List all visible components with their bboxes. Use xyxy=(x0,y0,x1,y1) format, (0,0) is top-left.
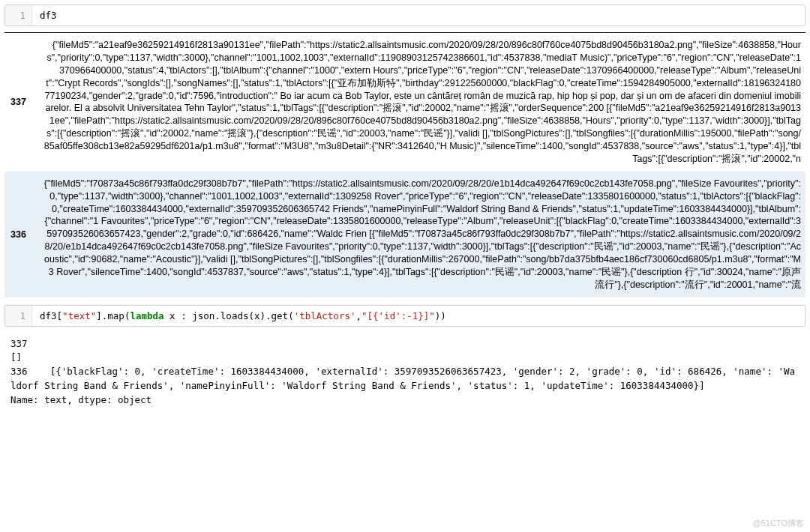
row-text: {"fileMd5":"a21eaf9e36259214916f2813a901… xyxy=(38,33,806,172)
code-cell-2[interactable]: 1 df3["text"].map(lambda x : json.loads(… xyxy=(4,305,806,327)
line-number: 1 xyxy=(5,306,32,326)
table-row: 336{"fileMd5":"f70873a45c86f793ffa0dc29f… xyxy=(4,172,806,297)
code-input[interactable]: df3 xyxy=(32,5,805,25)
text-output: 337 [] 336 [{'blackFlag': 0, 'createTime… xyxy=(4,333,806,409)
table-row: 337{"fileMd5":"a21eaf9e36259214916f2813a… xyxy=(4,33,806,172)
code-cell-1[interactable]: 1 df3 xyxy=(4,4,806,26)
dataframe-output: 337{"fileMd5":"a21eaf9e36259214916f2813a… xyxy=(4,32,806,297)
dataframe-table: 337{"fileMd5":"a21eaf9e36259214916f2813a… xyxy=(4,32,806,297)
row-index: 336 xyxy=(4,172,38,297)
row-text: {"fileMd5":"f70873a45c86f793ffa0dc29f308… xyxy=(38,172,806,297)
code-input[interactable]: df3["text"].map(lambda x : json.loads(x)… xyxy=(32,306,805,326)
row-index: 337 xyxy=(4,33,38,172)
line-number: 1 xyxy=(5,5,32,25)
